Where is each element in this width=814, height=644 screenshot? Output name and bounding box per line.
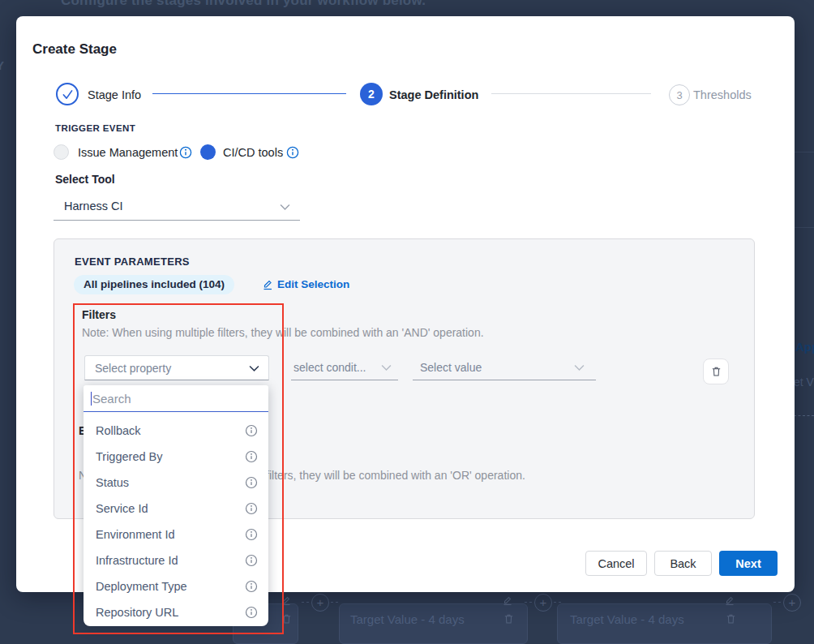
option-label: Environment Id [96,528,175,541]
option-label: Repository URL [96,606,178,619]
radio-issue-management-label[interactable]: Issue Management [78,146,178,159]
chevron-down-icon[interactable] [280,204,290,211]
step-connector [152,93,346,94]
option-label: Triggered By [96,450,162,463]
condition-select-placeholder: select condit... [293,361,366,374]
tool-select-value[interactable]: Harness CI [64,200,123,213]
radio-cicd-tools[interactable] [200,144,216,160]
property-dropdown: Search Rollback Triggered By Status [84,385,268,626]
info-icon[interactable] [245,502,258,515]
option-triggered-by[interactable]: Triggered By [84,444,268,470]
value-select-placeholder: Select value [420,361,482,374]
step-1-label[interactable]: Stage Info [88,88,141,101]
next-button[interactable]: Next [719,551,778,576]
option-repository-url[interactable]: Repository URL [84,599,268,625]
search-input[interactable]: Search [84,385,268,412]
property-option-list: Rollback Triggered By Status [84,412,268,625]
option-rollback[interactable]: Rollback [84,418,268,444]
cancel-button[interactable]: Cancel [585,551,647,576]
option-deployment-type[interactable]: Deployment Type [84,573,268,599]
property-select[interactable]: Select property [84,355,269,380]
option-label: Status [96,476,129,489]
check-icon [62,89,74,100]
modal-title: Create Stage [32,41,117,58]
chevron-down-icon [381,364,392,371]
add-stage-button: + [783,594,801,612]
select-tool-label: Select Tool [55,173,115,186]
connector-dash [773,602,781,603]
target-value-label: Target Value - 4 days [570,612,684,626]
trash-icon [710,365,722,378]
divider [795,152,814,152]
info-icon[interactable] [245,606,258,619]
add-stage-button: + [534,594,552,612]
trash-icon [725,612,737,625]
dimmed-right-fragment: et V [794,376,814,389]
condition-select[interactable]: select condit... [291,355,398,380]
delete-filter-button[interactable] [703,358,729,384]
text-caret [91,392,92,406]
event-parameters-title: EVENT PARAMETERS [75,255,190,268]
back-button[interactable]: Back [654,551,712,576]
info-icon[interactable] [245,424,258,437]
pipelines-badge: All pipelines included (104) [74,275,234,294]
info-icon[interactable] [245,554,258,567]
option-environment-id[interactable]: Environment Id [84,522,268,547]
divider [795,227,814,228]
filters-title: Filters [82,308,116,321]
connector-dash [302,602,309,603]
step-3-label[interactable]: Thresholds [693,88,752,101]
option-label: Rollback [96,424,141,437]
chevron-down-icon [249,365,259,372]
edit-selection-link[interactable]: Edit Selection [277,278,349,290]
edit-icon [281,595,292,606]
step-2-label[interactable]: Stage Definition [389,88,478,101]
page-background: Configure the stages involved in your wo… [0,0,814,644]
connector-dash [331,602,338,603]
tool-select-underline [54,220,300,221]
edit-icon[interactable] [262,278,273,290]
filters-note: Note: When using multiple filters, they … [82,326,484,339]
trigger-event-label: TRIGGER EVENT [55,123,135,133]
dimmed-right-fragment: Appr [795,340,814,354]
target-value-label: Target Value - 4 days [350,612,465,626]
info-icon[interactable] [245,450,258,463]
info-icon[interactable] [245,528,258,541]
info-icon[interactable] [179,146,192,159]
search-placeholder: Search [92,392,131,406]
connector-dash [554,602,561,603]
step-2-circle[interactable]: 2 [360,83,383,105]
dimmed-left-fragment: Y [0,58,4,72]
step-3-circle[interactable]: 3 [669,84,690,105]
radio-cicd-tools-label[interactable]: CI/CD tools [223,146,283,159]
info-icon[interactable] [286,146,299,159]
option-service-id[interactable]: Service Id [84,496,268,522]
option-label: Infrastructure Id [96,554,178,567]
trash-icon [281,612,293,625]
step-1-circle[interactable] [56,83,79,105]
dimmed-page-heading: Configure the stages involved in your wo… [61,0,426,9]
option-infrastructure-id[interactable]: Infrastructure Id [84,547,268,573]
option-label: Deployment Type [96,580,187,593]
option-status[interactable]: Status [84,470,268,496]
property-select-placeholder: Select property [95,362,171,375]
edit-icon [724,595,735,606]
chevron-down-icon [574,364,585,371]
step-connector [491,93,651,94]
add-stage-button: + [311,594,329,612]
info-icon[interactable] [245,580,258,593]
option-label: Service Id [96,502,148,515]
divider [794,415,814,416]
connector-dash [525,602,532,603]
radio-issue-management[interactable] [54,144,69,160]
info-icon[interactable] [245,476,258,489]
edit-icon [502,595,513,606]
trash-icon [503,612,515,625]
value-select[interactable]: Select value [413,355,596,380]
